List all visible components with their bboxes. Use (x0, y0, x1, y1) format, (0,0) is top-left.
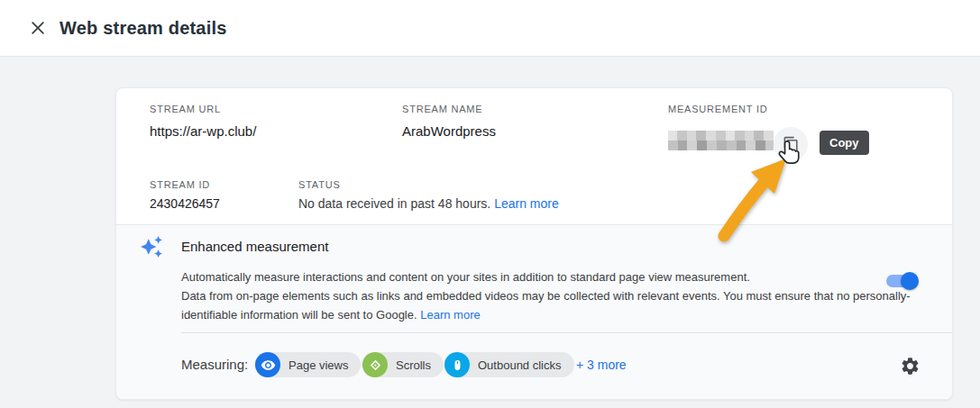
gear-icon (900, 356, 920, 376)
status-learn-more-link[interactable]: Learn more (494, 196, 559, 211)
web-stream-details-dialog: Web stream details STREAM URL https://ar… (0, 0, 980, 408)
status-text: No data received in past 48 hours. (298, 196, 490, 211)
enhanced-measurement-description: Automatically measure interactions and c… (181, 267, 931, 324)
measurement-settings-button[interactable] (897, 353, 922, 378)
toggle-knob (901, 272, 919, 290)
status-label: STATUS (298, 179, 341, 190)
enhanced-measurement-title: Enhanced measurement (181, 239, 328, 254)
copy-tooltip: Copy (820, 131, 869, 155)
stream-id-label: STREAM ID (150, 179, 210, 190)
measurement-id-label: MEASUREMENT ID (668, 104, 768, 114)
stream-details-card: STREAM URL https://ar-wp.club/ STREAM NA… (115, 87, 953, 400)
stream-url-label: STREAM URL (150, 104, 221, 114)
stream-url-value: https://ar-wp.club/ (150, 123, 256, 139)
section-divider (116, 224, 952, 225)
enhanced-learn-more-link[interactable]: Learn more (420, 308, 480, 322)
enhanced-desc-line1: Automatically measure interactions and c… (181, 267, 931, 286)
sparkle-icon (140, 235, 163, 262)
chip-label: Outbound clicks (470, 358, 574, 372)
copy-icon (783, 136, 800, 153)
mouse-icon (444, 352, 470, 377)
chip-outbound-clicks[interactable]: Outbound clicks (444, 352, 574, 377)
measuring-label: Measuring: (181, 357, 248, 372)
dialog-header: Web stream details (0, 0, 980, 57)
eye-icon (255, 352, 280, 377)
close-icon[interactable] (27, 17, 49, 39)
stream-name-value: ArabWordpress (402, 123, 496, 139)
scroll-diamond-icon (362, 352, 388, 377)
enhanced-desc-line2: Data from on-page elements such as links… (181, 286, 931, 324)
status-value: No data received in past 48 hours. Learn… (298, 196, 559, 211)
stream-id-value: 2430426457 (150, 196, 220, 211)
enhanced-measurement-toggle[interactable] (886, 272, 919, 290)
copy-measurement-id-button[interactable] (774, 127, 808, 161)
more-measurements-link[interactable]: + 3 more (576, 358, 627, 372)
chip-scrolls[interactable]: Scrolls (362, 352, 444, 377)
measurement-id-value-redacted (668, 131, 774, 150)
chip-label: Scrolls (388, 358, 444, 372)
page-title: Web stream details (60, 18, 227, 39)
chip-page-views[interactable]: Page views (255, 352, 361, 377)
measuring-divider (181, 332, 952, 333)
chip-label: Page views (280, 358, 361, 372)
stream-name-label: STREAM NAME (402, 104, 482, 114)
